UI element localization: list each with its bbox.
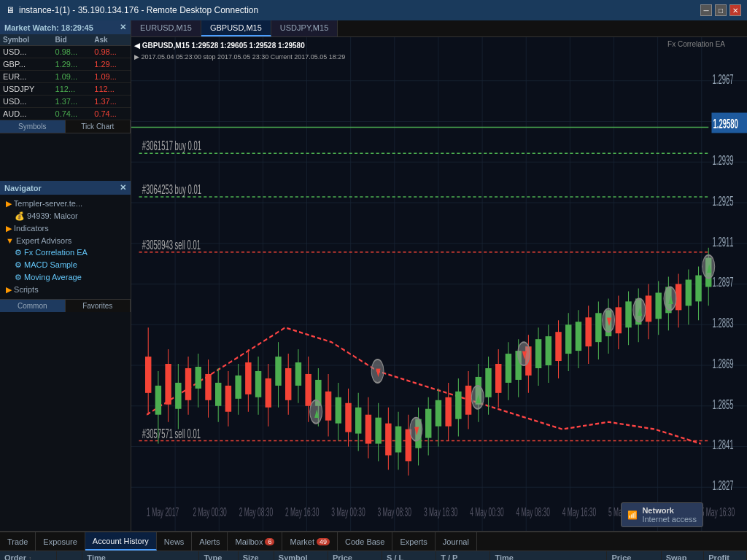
market-watch-row[interactable]: USD...0.98...0.98...: [0, 46, 131, 58]
svg-text:1.2925: 1.2925: [713, 194, 734, 209]
chart-svg: #3061517 buy 0.01 #3064253 buy 0.01 #305…: [131, 37, 747, 531]
tab-exposure[interactable]: Exposure: [36, 532, 85, 551]
mw-ask: 1.09...: [91, 71, 131, 83]
svg-rect-130: [625, 301, 631, 327]
tab-mailbox[interactable]: Mailbox6: [228, 532, 282, 551]
svg-rect-90: [425, 409, 431, 438]
market-watch-row[interactable]: EUR...1.09...1.09...: [0, 71, 131, 83]
chart-tab-eurusd[interactable]: EURUSD,M15: [131, 20, 201, 36]
th-size[interactable]: Size: [238, 551, 274, 560]
svg-text:1.2841: 1.2841: [713, 438, 734, 452]
mw-bid: 0.98...: [53, 46, 92, 58]
nav-tab-common[interactable]: Common: [0, 300, 66, 312]
svg-rect-98: [465, 386, 471, 415]
svg-text:▲: ▲: [667, 292, 674, 307]
th-order[interactable]: Order ↑: [0, 551, 57, 560]
svg-text:2 May 08:30: 2 May 08:30: [239, 505, 273, 519]
svg-text:#3057571 sell 0.01: #3057571 sell 0.01: [142, 426, 201, 440]
tab-journal[interactable]: Journal: [436, 532, 477, 551]
market-watch-tabs: Symbols Tick Chart: [0, 120, 131, 133]
svg-text:2 May 16:30: 2 May 16:30: [285, 505, 319, 519]
svg-rect-134: [646, 295, 651, 322]
maximize-button[interactable]: □: [715, 4, 727, 16]
market-badge: 49: [317, 538, 330, 545]
bottom-tabs: Trade Exposure Account History News Aler…: [0, 532, 747, 551]
svg-rect-64: [295, 362, 301, 386]
nav-moving-avg[interactable]: ⚙ Moving Average: [12, 271, 128, 284]
nav-account[interactable]: 💰 94939: Malcor: [12, 210, 128, 222]
mw-symbol: USD...: [0, 96, 53, 108]
svg-text:▲: ▲: [705, 260, 713, 275]
chart-canvas[interactable]: ◀ GBPUSD,M15 1:29528 1:29605 1:29528 1:2…: [131, 37, 747, 531]
market-watch-close[interactable]: ✕: [120, 23, 126, 32]
nav-fx-correlation[interactable]: ⚙ Fx Correlation EA: [12, 246, 128, 259]
left-panel: Market Watch: 18:29:45 ✕ Symbol Bid Ask …: [0, 20, 131, 531]
svg-rect-104: [495, 364, 501, 393]
navigator-title: Navigator: [4, 184, 42, 192]
chart-tab-usdjpy[interactable]: USDJPY,M15: [271, 20, 338, 36]
svg-rect-120: [576, 322, 581, 351]
nav-fx-label: Fx Correlation EA: [24, 248, 88, 257]
svg-text:1.2855: 1.2855: [713, 397, 734, 411]
tab-symbols[interactable]: Symbols: [0, 120, 66, 133]
nav-server[interactable]: ▶ Templer-server.te...: [3, 198, 128, 210]
tab-codebase[interactable]: Code Base: [338, 532, 392, 551]
nav-scripts[interactable]: ▶ Scripts: [3, 284, 128, 296]
nav-expert-advisors[interactable]: ▼ Expert Advisors: [3, 235, 128, 246]
chart-date-info: ▶ 2017.05.04 05:23:00 stop 2017.05.05 23…: [134, 52, 345, 62]
mw-symbol: AUD...: [0, 108, 53, 120]
minimize-button[interactable]: ─: [700, 4, 712, 16]
svg-text:3 May 16:30: 3 May 16:30: [424, 505, 457, 519]
market-watch-header: Market Watch: 18:29:45 ✕: [0, 20, 131, 34]
navigator-close[interactable]: ✕: [120, 183, 126, 192]
close-button[interactable]: ✕: [729, 4, 741, 16]
market-watch-table: Symbol Bid Ask USD...0.98...0.98...GBP..…: [0, 34, 131, 120]
th-close-price[interactable]: Price: [607, 551, 661, 560]
network-label: Network: [642, 506, 697, 515]
market-watch-row[interactable]: USD...1.37...1.37...: [0, 96, 131, 108]
svg-rect-102: [485, 368, 491, 397]
nav-ma-label: Moving Average: [24, 273, 82, 281]
tab-tick-chart[interactable]: Tick Chart: [66, 120, 131, 133]
tab-market[interactable]: Market49: [282, 532, 338, 551]
svg-rect-52: [235, 376, 241, 399]
th-symbol[interactable]: Symbol: [274, 551, 328, 560]
tab-account-history[interactable]: Account History: [85, 532, 157, 551]
nav-indicators[interactable]: ▶ Indicators: [3, 222, 128, 235]
market-watch-row[interactable]: AUD...0.74...0.74...: [0, 108, 131, 120]
svg-rect-40: [175, 383, 181, 409]
tab-trade[interactable]: Trade: [0, 532, 36, 551]
th-close-time[interactable]: Time: [490, 551, 607, 560]
market-watch-row[interactable]: USDJPY112...112...: [0, 83, 131, 96]
th-swap[interactable]: Swap: [661, 551, 704, 560]
tab-experts[interactable]: Experts: [392, 532, 435, 551]
th-profit[interactable]: Profit: [704, 551, 747, 560]
tab-news[interactable]: News: [157, 532, 193, 551]
nav-ea-group: ⚙ Fx Correlation EA ⚙ MACD Sample ⚙ Movi…: [12, 246, 128, 284]
nav-tab-favorites[interactable]: Favorites: [66, 300, 131, 312]
svg-rect-80: [375, 418, 381, 444]
svg-text:3 May 00:30: 3 May 00:30: [331, 505, 365, 519]
nav-tree: ▶ Templer-server.te... 💰 94939: Malcor ▶…: [0, 195, 131, 299]
chart-tab-gbpusd[interactable]: GBPUSD,M15: [201, 20, 271, 36]
nav-ea-label: Expert Advisors: [16, 236, 71, 245]
svg-text:#3058943 sell 0.01: #3058943 sell 0.01: [142, 237, 201, 252]
th-time[interactable]: Time: [82, 551, 199, 560]
th-sl[interactable]: S / L: [382, 551, 436, 560]
svg-rect-116: [555, 332, 561, 361]
mw-ask: 1.37...: [91, 96, 131, 108]
market-watch-row[interactable]: GBP...1.29...1.29...: [0, 58, 131, 71]
tab-alerts[interactable]: Alerts: [192, 532, 228, 551]
th-tp[interactable]: T / P: [436, 551, 490, 560]
svg-text:4 May 16:30: 4 May 16:30: [562, 505, 596, 519]
chart-ea-label: Fx Correlation EA: [667, 40, 725, 48]
svg-rect-122: [585, 317, 591, 346]
svg-rect-38: [165, 364, 171, 405]
nav-macd[interactable]: ⚙ MACD Sample: [12, 259, 128, 271]
th-price[interactable]: Price: [328, 551, 382, 560]
trade-table-wrap[interactable]: Order ↑ Time Type Size Symbol Price S / …: [0, 551, 747, 560]
title-bar-controls: ─ □ ✕: [700, 4, 741, 16]
svg-text:4 May 00:30: 4 May 00:30: [470, 505, 503, 519]
mw-bid: 1.37...: [53, 96, 92, 108]
th-type[interactable]: Type: [199, 551, 238, 560]
